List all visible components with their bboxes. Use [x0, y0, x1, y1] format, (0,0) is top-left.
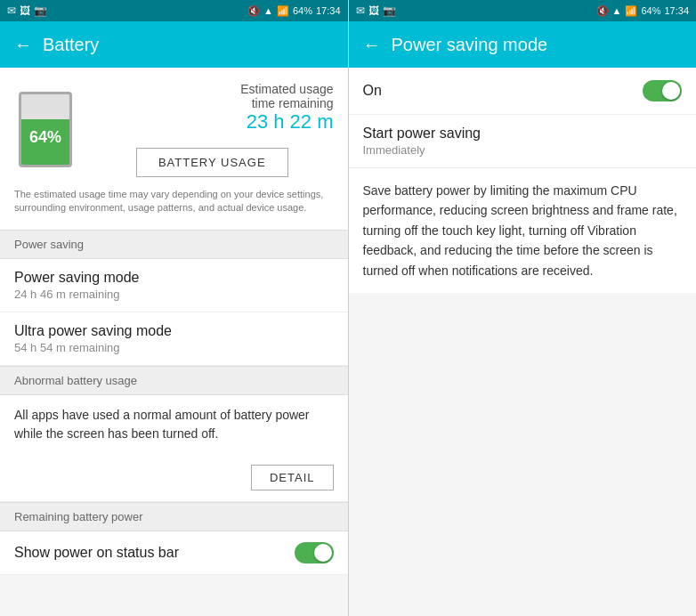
section-abnormal-header: Abnormal battery usage: [0, 366, 348, 395]
right-header: ← Power saving mode: [349, 21, 697, 68]
signal-icon: 📶: [277, 5, 289, 17]
right-msg-icon: ✉: [356, 4, 365, 17]
battery-estimated-label: Estimated usage: [91, 82, 334, 96]
toggle-track: [295, 542, 334, 563]
battery-info: Estimated usage time remaining 23 h 22 m…: [91, 82, 334, 177]
mute-icon: 🔇: [247, 5, 260, 17]
left-header-title: Battery: [43, 35, 99, 55]
power-toggle-track: [643, 80, 682, 101]
start-saving-subtitle: Immediately: [363, 143, 683, 157]
right-screenshot-icon: 📷: [383, 4, 396, 17]
right-panel: ✉ 🖼 📷 🔇 ▲ 📶 64% 17:34 ← Power saving mod…: [349, 0, 697, 616]
left-status-right: 🔇 ▲ 📶 64% 17:34: [247, 5, 340, 17]
wifi-icon: ▲: [263, 5, 273, 16]
right-mute-icon: 🔇: [596, 5, 609, 17]
on-label: On: [363, 83, 382, 99]
battery-pct-left: 64%: [293, 5, 312, 16]
battery-note: The estimated usage time may vary depend…: [14, 188, 334, 215]
show-power-title: Show power on status bar: [14, 545, 179, 561]
battery-time-label: time remaining: [91, 96, 334, 110]
start-saving-title: Start power saving: [363, 126, 683, 142]
left-header: ← Battery: [0, 21, 348, 68]
abnormal-text: All apps have used a normal amount of ba…: [0, 395, 348, 454]
power-saving-toggle[interactable]: [643, 80, 682, 101]
ultra-power-saving-subtitle: 54 h 54 m remaining: [14, 341, 334, 354]
on-row[interactable]: On: [349, 68, 697, 115]
left-status-icons: ✉ 🖼 📷: [7, 4, 47, 17]
time-right: 17:34: [664, 5, 689, 16]
battery-icon-container: 64%: [14, 90, 77, 170]
battery-pct-right: 64%: [641, 5, 660, 16]
section-power-saving-header: Power saving: [0, 230, 348, 259]
power-saving-mode-title: Power saving mode: [14, 270, 334, 286]
power-toggle-thumb: [662, 82, 680, 100]
battery-time-value: 23 h 22 m: [91, 110, 334, 134]
section-remaining-header: Remaining battery power: [0, 502, 348, 531]
detail-button[interactable]: DETAIL: [251, 465, 334, 490]
battery-main: 64% Estimated usage time remaining 23 h …: [14, 82, 334, 177]
battery-icon: 64%: [19, 92, 72, 167]
photo-icon: 🖼: [20, 4, 30, 17]
right-wifi-icon: ▲: [612, 5, 622, 16]
right-back-button[interactable]: ←: [363, 35, 381, 55]
left-back-button[interactable]: ←: [14, 35, 32, 55]
left-status-bar: ✉ 🖼 📷 🔇 ▲ 📶 64% 17:34: [0, 0, 348, 21]
show-power-toggle[interactable]: [295, 542, 334, 563]
battery-section: 64% Estimated usage time remaining 23 h …: [0, 68, 348, 230]
time-left: 17:34: [316, 5, 341, 16]
detail-btn-container: DETAIL: [0, 454, 348, 502]
start-saving-section[interactable]: Start power saving Immediately: [349, 115, 697, 168]
msg-icon: ✉: [7, 4, 16, 17]
power-saving-mode-subtitle: 24 h 46 m remaining: [14, 288, 334, 301]
right-status-icons: ✉ 🖼 📷: [356, 4, 396, 17]
right-header-title: Power saving mode: [392, 35, 548, 55]
show-power-item[interactable]: Show power on status bar: [0, 531, 348, 575]
right-status-bar: ✉ 🖼 📷 🔇 ▲ 📶 64% 17:34: [349, 0, 697, 21]
ultra-power-saving-item[interactable]: Ultra power saving mode 54 h 54 m remain…: [0, 312, 348, 366]
toggle-thumb: [314, 544, 332, 562]
description-section: Save battery power by limiting the maxim…: [349, 168, 697, 293]
screenshot-icon: 📷: [34, 4, 47, 17]
battery-usage-button[interactable]: BATTERY USAGE: [136, 148, 288, 177]
right-status-right: 🔇 ▲ 📶 64% 17:34: [596, 5, 689, 17]
ultra-power-saving-title: Ultra power saving mode: [14, 323, 334, 339]
power-saving-mode-item[interactable]: Power saving mode 24 h 46 m remaining: [0, 259, 348, 312]
battery-percent: 64%: [29, 128, 61, 147]
left-panel: ✉ 🖼 📷 🔇 ▲ 📶 64% 17:34 ← Battery 64% Es: [0, 0, 349, 616]
right-signal-icon: 📶: [625, 5, 637, 17]
right-photo-icon: 🖼: [368, 4, 379, 17]
